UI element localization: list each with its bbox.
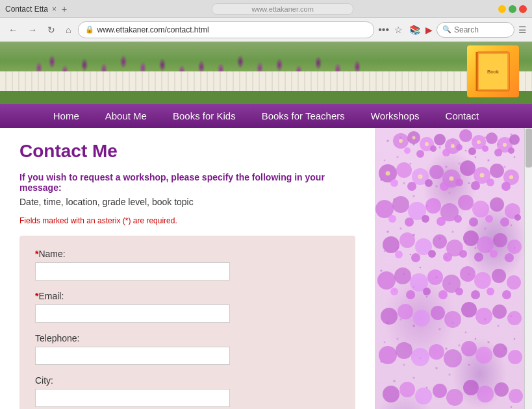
pocket-icon[interactable]: ▶ bbox=[425, 25, 433, 35]
svg-point-76 bbox=[394, 267, 411, 284]
svg-point-11 bbox=[486, 132, 498, 144]
svg-point-100 bbox=[507, 311, 522, 325]
svg-point-18 bbox=[456, 144, 462, 151]
window-minimize[interactable] bbox=[498, 5, 506, 13]
svg-point-87 bbox=[438, 290, 448, 299]
toolbar-icons: ••• ☆ bbox=[378, 24, 403, 36]
nav-item-home[interactable]: Home bbox=[40, 104, 92, 128]
nav-item-workshops[interactable]: Workshops bbox=[358, 104, 433, 128]
nav-item-books-for-kids[interactable]: Books for Kids bbox=[160, 104, 249, 128]
city-label: City: bbox=[35, 375, 340, 386]
svg-point-71 bbox=[459, 250, 467, 258]
svg-point-131 bbox=[451, 144, 455, 148]
email-field: *Email: bbox=[35, 291, 340, 323]
svg-point-80 bbox=[460, 266, 475, 282]
browser-titlebar: Contact Etta × + www.ettakaner.com bbox=[0, 0, 532, 18]
main-wrapper: Contact Me If you wish to request a work… bbox=[0, 128, 532, 409]
search-bar[interactable]: 🔍 bbox=[437, 22, 514, 38]
svg-point-24 bbox=[396, 162, 412, 178]
floral-sidebar bbox=[375, 128, 524, 409]
svg-point-105 bbox=[444, 349, 462, 367]
address-bar[interactable]: 🔒 www.ettakaner.com/contact.html bbox=[78, 21, 374, 38]
svg-point-36 bbox=[455, 179, 463, 186]
grass-decoration bbox=[0, 91, 532, 104]
website-content: Book Home About Me Books for Kids Books … bbox=[0, 42, 532, 409]
svg-point-52 bbox=[437, 217, 446, 226]
sidebar-button[interactable]: ☰ bbox=[518, 25, 527, 35]
svg-point-95 bbox=[431, 306, 445, 320]
library-icon[interactable]: 📚 bbox=[409, 25, 420, 35]
svg-point-70 bbox=[443, 253, 452, 262]
svg-point-15 bbox=[416, 150, 424, 158]
svg-point-110 bbox=[383, 386, 399, 403]
svg-point-20 bbox=[482, 145, 488, 152]
svg-point-66 bbox=[507, 240, 522, 254]
telephone-field: Telephone: bbox=[35, 333, 340, 365]
svg-point-55 bbox=[485, 215, 493, 223]
search-input[interactable] bbox=[454, 25, 509, 34]
name-label: *Name: bbox=[35, 249, 340, 259]
search-icon: 🔍 bbox=[442, 25, 451, 34]
city-input[interactable] bbox=[35, 389, 230, 407]
telephone-input[interactable] bbox=[35, 347, 230, 365]
svg-point-65 bbox=[493, 233, 507, 247]
content-area: Contact Me If you wish to request a work… bbox=[0, 128, 375, 409]
home-button[interactable]: ⌂ bbox=[62, 23, 74, 36]
svg-point-94 bbox=[413, 310, 430, 327]
email-label: *Email: bbox=[35, 291, 340, 301]
svg-point-35 bbox=[440, 182, 449, 191]
scroll-thumb[interactable] bbox=[526, 129, 532, 167]
svg-point-41 bbox=[392, 196, 409, 213]
svg-point-34 bbox=[425, 179, 433, 187]
svg-point-19 bbox=[468, 147, 476, 155]
svg-point-113 bbox=[433, 384, 447, 398]
page-title: Contact Me bbox=[19, 141, 355, 162]
svg-point-133 bbox=[503, 143, 507, 147]
svg-point-17 bbox=[442, 149, 450, 156]
svg-point-101 bbox=[379, 346, 397, 364]
svg-point-28 bbox=[460, 160, 475, 176]
svg-point-135 bbox=[418, 175, 423, 179]
svg-point-51 bbox=[422, 215, 429, 223]
svg-point-37 bbox=[471, 181, 480, 190]
svg-point-85 bbox=[406, 290, 415, 299]
tab-add-button[interactable]: + bbox=[62, 4, 67, 14]
svg-point-22 bbox=[508, 147, 514, 154]
name-field: *Name: bbox=[35, 249, 340, 280]
tab-title: Contact Etta bbox=[5, 5, 48, 14]
window-maximize[interactable] bbox=[509, 5, 516, 13]
svg-point-136 bbox=[450, 177, 454, 181]
svg-point-14 bbox=[404, 147, 411, 154]
city-field: City: bbox=[35, 375, 340, 407]
svg-point-13 bbox=[509, 134, 520, 145]
scrollbar[interactable] bbox=[524, 128, 532, 409]
forward-button[interactable]: → bbox=[25, 23, 40, 36]
back-button[interactable]: ← bbox=[5, 23, 21, 36]
svg-point-103 bbox=[411, 348, 429, 366]
svg-point-86 bbox=[423, 288, 431, 295]
svg-point-107 bbox=[475, 347, 492, 364]
name-input[interactable] bbox=[35, 262, 230, 280]
svg-point-63 bbox=[463, 230, 479, 246]
email-input[interactable] bbox=[35, 304, 230, 323]
svg-point-46 bbox=[472, 201, 489, 217]
nav-item-contact[interactable]: Contact bbox=[433, 104, 492, 128]
svg-point-58 bbox=[383, 236, 399, 253]
svg-point-39 bbox=[501, 182, 511, 191]
svg-point-74 bbox=[505, 253, 514, 262]
tab-close-button[interactable]: × bbox=[52, 5, 57, 14]
workshop-detail: Date, time, location, grade level, book … bbox=[19, 197, 355, 207]
window-close[interactable] bbox=[519, 5, 527, 13]
svg-point-49 bbox=[388, 215, 396, 223]
svg-point-26 bbox=[429, 165, 444, 179]
svg-point-7 bbox=[434, 134, 446, 145]
navigation-bar: Home About Me Books for Kids Books for T… bbox=[0, 104, 532, 128]
bookmark-icon[interactable]: ☆ bbox=[394, 25, 403, 35]
refresh-button[interactable]: ↻ bbox=[44, 23, 58, 36]
nav-item-about-me[interactable]: About Me bbox=[92, 104, 160, 128]
svg-point-61 bbox=[433, 234, 447, 249]
svg-point-45 bbox=[458, 195, 474, 210]
browser-chrome: Contact Etta × + www.ettakaner.com ← → ↻… bbox=[0, 0, 532, 42]
nav-item-books-for-teachers[interactable]: Books for Teachers bbox=[249, 104, 358, 128]
menu-dots[interactable]: ••• bbox=[378, 24, 389, 36]
